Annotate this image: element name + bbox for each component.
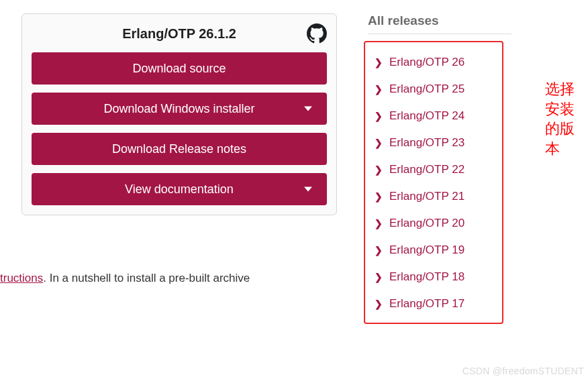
chevron-right-icon: ❯ [375,111,383,121]
button-label: Download source [132,62,226,76]
annotation-label: 选择安装的版本 [545,79,580,159]
download-windows-button[interactable]: Download Windows installer [32,93,327,125]
release-item[interactable]: ❯ Erlang/OTP 20 [369,210,498,237]
chevron-down-icon [304,187,312,192]
release-item[interactable]: ❯ Erlang/OTP 21 [369,183,498,210]
instructions-link[interactable]: tructions [0,272,43,284]
release-label: Erlang/OTP 22 [389,163,464,176]
button-label: Download Windows installer [103,102,254,116]
card-header: Erlang/OTP 26.1.2 [25,17,334,52]
chevron-right-icon: ❯ [375,58,383,67]
github-icon[interactable] [307,23,327,44]
chevron-right-icon: ❯ [375,219,383,228]
release-label: Erlang/OTP 23 [389,136,464,150]
card-title: Erlang/OTP 26.1.2 [122,26,236,42]
chevron-right-icon: ❯ [375,299,383,309]
chevron-right-icon: ❯ [375,272,383,282]
release-item[interactable]: ❯ Erlang/OTP 24 [369,103,498,129]
release-item[interactable]: ❯ Erlang/OTP 23 [369,129,498,156]
release-item[interactable]: ❯ Erlang/OTP 18 [369,264,498,290]
release-label: Erlang/OTP 25 [389,83,464,96]
chevron-down-icon [304,107,312,111]
release-item[interactable]: ❯ Erlang/OTP 25 [369,76,498,103]
release-label: Erlang/OTP 19 [389,243,464,257]
chevron-right-icon: ❯ [375,192,383,201]
release-label: Erlang/OTP 26 [389,56,464,69]
view-documentation-button[interactable]: View documentation [32,173,327,205]
release-item[interactable]: ❯ Erlang/OTP 26 [369,49,498,76]
releases-list: ❯ Erlang/OTP 26 ❯ Erlang/OTP 25 ❯ Erlang… [364,41,503,324]
release-label: Erlang/OTP 24 [389,109,464,123]
all-releases-heading: All releases [368,13,511,34]
chevron-right-icon: ❯ [375,165,383,174]
instructions-tail: . In a nutshell to install a pre-built a… [43,272,250,284]
chevron-right-icon: ❯ [375,85,383,94]
download-release-notes-button[interactable]: Download Release notes [32,133,327,165]
button-label: View documentation [125,182,234,197]
chevron-right-icon: ❯ [375,246,383,255]
release-item[interactable]: ❯ Erlang/OTP 17 [369,290,498,317]
release-label: Erlang/OTP 17 [389,297,464,311]
download-source-button[interactable]: Download source [32,52,327,85]
download-card: Erlang/OTP 26.1.2 Download source Downlo… [21,13,337,215]
button-label: Download Release notes [112,142,246,156]
release-label: Erlang/OTP 21 [389,190,464,203]
instructions-text: tructions. In a nutshell to install a pr… [0,272,337,285]
chevron-right-icon: ❯ [375,138,383,148]
watermark: CSDN @freedomSTUDENT [462,366,584,376]
release-item[interactable]: ❯ Erlang/OTP 19 [369,237,498,264]
release-label: Erlang/OTP 20 [389,217,464,230]
release-item[interactable]: ❯ Erlang/OTP 22 [369,156,498,183]
release-label: Erlang/OTP 18 [389,270,464,284]
